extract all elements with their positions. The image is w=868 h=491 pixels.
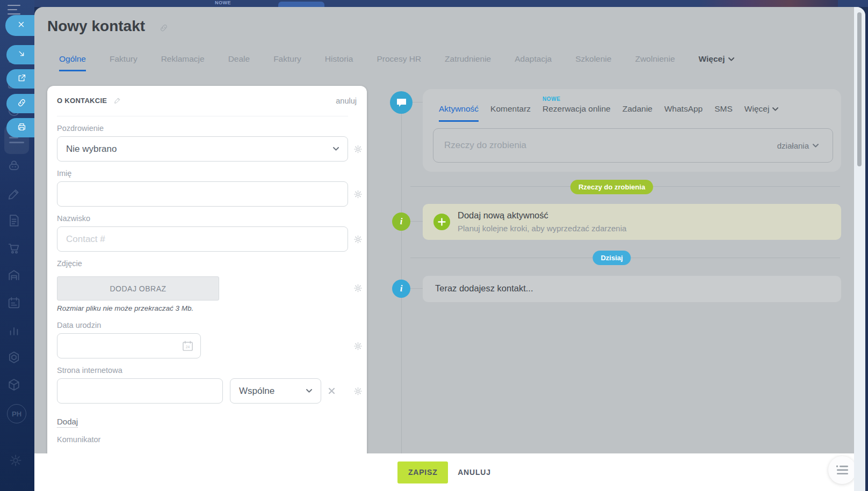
todo-badge[interactable]: Rzeczy do zrobienia (570, 180, 653, 194)
timeline-tabs: AktywnośćKomentarzRezerwacja onlineNOWEZ… (439, 104, 778, 122)
close-icon (16, 19, 26, 32)
page-title: Nowy kontakt (47, 18, 145, 35)
avatar[interactable]: PH (7, 404, 26, 423)
greeting-select[interactable]: Nie wybrano (57, 136, 348, 162)
timeline-tab-rezerwacja-online[interactable]: Rezerwacja onlineNOWE (542, 104, 611, 122)
field-settings-gear-icon[interactable] (353, 341, 363, 350)
tab-ogólne[interactable]: Ogólne (59, 54, 86, 71)
add-image-button[interactable]: DODAJ OBRAZ (57, 276, 219, 301)
timeline-tab-more[interactable]: Więcej (744, 104, 779, 122)
save-button[interactable]: ZAPISZ (397, 461, 448, 483)
tab-deale[interactable]: Deale (228, 54, 250, 71)
tab-szkolenie[interactable]: Szkolenie (575, 54, 611, 71)
website-scope-value: Wspólne (239, 386, 274, 397)
todo-box: działania (433, 128, 833, 163)
footer-bar: ZAPISZ ANULUJ (34, 453, 854, 491)
garage-icon[interactable] (6, 268, 21, 283)
section-title: O KONTAKCIE (57, 97, 107, 105)
tab-adaptacja[interactable]: Adaptacja (515, 54, 552, 71)
cart-icon[interactable] (6, 240, 21, 255)
divider (57, 116, 348, 116)
sidebar-open-window-button[interactable] (6, 69, 34, 89)
field-settings-gear-icon[interactable] (353, 189, 363, 199)
scrollbar-track[interactable] (854, 7, 865, 491)
sidebar-print-button[interactable] (6, 118, 34, 137)
first-name-label: Imię (57, 169, 348, 178)
timeline-tab-whatsapp[interactable]: WhatsApp (664, 104, 703, 122)
more-label: Więcej (699, 54, 725, 64)
add-activity-card[interactable]: Dodaj nową aktywność Planuj kolejne krok… (423, 204, 841, 240)
entity-tabs: OgólneFakturyReklamacjeDealeFakturyHisto… (59, 54, 734, 71)
field-settings-gear-icon[interactable] (353, 284, 363, 293)
birthdate-input[interactable] (57, 333, 201, 358)
form-cancel-link[interactable]: anuluj (336, 97, 357, 105)
field-settings-gear-icon[interactable] (353, 386, 363, 395)
birthdate-label: Data urodzin (57, 321, 348, 329)
timeline-composer-card: AktywnośćKomentarzRezerwacja onlineNOWEZ… (423, 89, 841, 172)
new-badge: NOWE (542, 96, 561, 102)
status-note-card: Teraz dodajesz kontakt... (423, 276, 841, 302)
clear-field-icon[interactable] (328, 387, 335, 394)
backdrop-button-fragment (278, 2, 324, 7)
last-name-input[interactable] (57, 226, 348, 252)
settings-gear-icon[interactable] (9, 453, 23, 470)
copy-link-icon (17, 98, 27, 110)
photo-size-note: Rozmiar pliku nie może przekraczać 3 Mb. (57, 304, 348, 312)
comment-bubble-icon (390, 91, 413, 114)
pencil-icon[interactable] (6, 186, 21, 201)
last-name-label: Nazwisko (57, 214, 348, 223)
tab-procesy-hr[interactable]: Procesy HR (377, 54, 421, 71)
plus-icon (433, 214, 450, 230)
list-menu-fab[interactable] (828, 456, 856, 484)
first-name-input[interactable] (57, 181, 348, 207)
field-settings-gear-icon[interactable] (353, 144, 363, 153)
background-app-bar: NOWE (0, 0, 868, 7)
cancel-button[interactable]: ANULUJ (458, 468, 491, 477)
tab-zwolnienie[interactable]: Zwolnienie (635, 54, 675, 71)
actions-dropdown[interactable]: działania (777, 141, 819, 150)
calendar-icon[interactable] (6, 295, 21, 310)
document-icon[interactable] (6, 213, 21, 228)
print-icon (17, 122, 27, 134)
messenger-label: Komunikator (57, 435, 348, 444)
open-window-icon (17, 73, 27, 85)
add-field-link[interactable]: Dodaj (57, 417, 78, 428)
tab-faktury[interactable]: Faktury (110, 54, 138, 71)
today-badge[interactable]: Dzisiaj (592, 251, 631, 265)
info-icon-green: i (392, 212, 410, 231)
tab-historia[interactable]: Historia (325, 54, 353, 71)
timeline-tab-zadanie[interactable]: Zadanie (623, 104, 653, 122)
package-icon[interactable] (6, 377, 21, 392)
tab-reklamacje[interactable]: Reklamacje (161, 54, 205, 71)
timeline-axis (401, 94, 402, 453)
edit-pencil-icon[interactable] (114, 97, 121, 106)
scrollbar-thumb[interactable] (857, 12, 862, 166)
todo-input[interactable] (433, 140, 777, 151)
sidebar: PH (0, 0, 34, 491)
sidebar-close-button[interactable] (5, 15, 34, 36)
contact-form-panel: O KONTAKCIE anuluj Pozdrowienie Nie wybr… (47, 86, 367, 491)
website-scope-select[interactable]: Wspólne (230, 378, 321, 404)
timeline-tab-aktywność[interactable]: Aktywność (439, 104, 479, 122)
hexagon-icon[interactable] (6, 350, 21, 365)
greeting-value: Nie wybrano (66, 144, 117, 155)
activity-subtitle: Planuj kolejne kroki, aby wyprzedzać zda… (458, 224, 626, 233)
timeline-tab-sms[interactable]: SMS (714, 104, 733, 122)
tab-more[interactable]: Więcej (699, 54, 734, 71)
robot-icon[interactable] (6, 158, 21, 173)
activity-title: Dodaj nową aktywność (458, 210, 548, 221)
sidebar-copy-link-button[interactable] (6, 94, 34, 113)
timeline-tab-komentarz[interactable]: Komentarz (490, 104, 531, 122)
tab-faktury[interactable]: Faktury (273, 54, 301, 71)
timeline-connector (410, 288, 423, 289)
chart-icon[interactable] (6, 323, 21, 338)
sidebar-minimize-button[interactable] (6, 45, 34, 64)
calendar-icon[interactable]: 24 (182, 340, 193, 351)
copy-link-icon[interactable] (159, 23, 169, 35)
greeting-label: Pozdrowienie (57, 124, 348, 133)
website-input[interactable] (57, 378, 223, 404)
tab-zatrudnienie[interactable]: Zatrudnienie (445, 54, 491, 71)
menu-icon[interactable] (8, 5, 20, 14)
backdrop-nowe-label: NOWE (215, 0, 231, 5)
field-settings-gear-icon[interactable] (353, 234, 363, 244)
